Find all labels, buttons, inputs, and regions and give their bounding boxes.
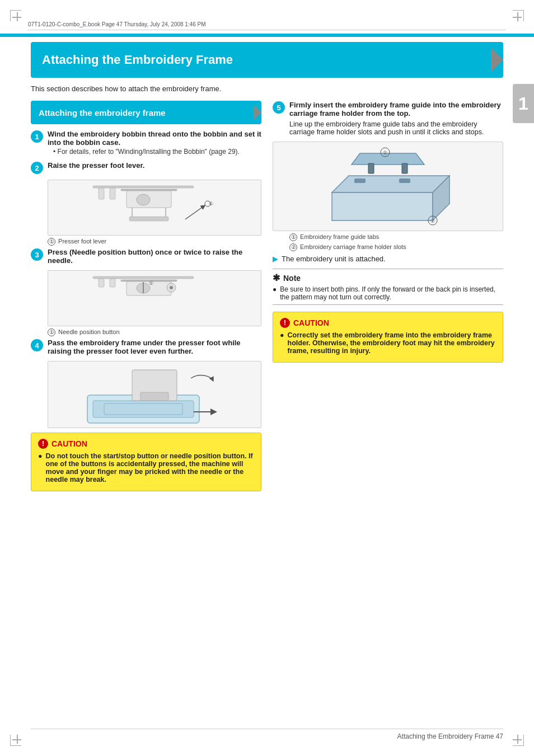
col-right: 5 Firmly insert the embroidery frame gui… — [273, 101, 503, 491]
caption-guide-tabs: Embroidery frame guide tabs — [300, 233, 379, 240]
caption-presser-foot: Presser foot lever — [58, 238, 106, 245]
step-2-content: Raise the presser foot lever. — [48, 161, 261, 170]
main-content: Attaching the Embroidery Frame This sect… — [31, 42, 503, 728]
svg-rect-26 — [140, 392, 168, 401]
caution-icon-left: ! — [38, 439, 48, 449]
step-3-content: Press (Needle position button) once or t… — [48, 248, 261, 265]
chapter-tab: 1 — [513, 84, 534, 123]
svg-rect-12 — [93, 276, 194, 279]
crosshair-bl — [12, 735, 21, 744]
caution-right-box: ! CAUTION Correctly set the embroidery f… — [273, 312, 503, 363]
step-5: 5 Firmly insert the embroidery frame gui… — [273, 101, 503, 136]
caution-left-header: ! CAUTION — [38, 439, 254, 449]
caution-right-label: CAUTION — [293, 318, 329, 327]
col-left: Attaching the embroidery frame 1 Wind th… — [31, 101, 261, 491]
step-3-illustration: ① — [48, 270, 261, 326]
sub-header-arrow — [254, 105, 261, 120]
note-text: Be sure to insert both pins. If only the… — [273, 285, 503, 301]
note-header: ✱ Note — [273, 273, 503, 283]
caution-icon-right: ! — [280, 318, 290, 328]
crosshair-tr — [513, 12, 522, 21]
step-1-num: 1 — [31, 130, 43, 143]
step-1-bullet: For details, refer to "Winding/Installin… — [53, 148, 261, 156]
step-4: 4 Pass the embroidery frame under the pr… — [31, 339, 261, 355]
page-footer: Attaching the Embroidery Frame 47 — [31, 729, 503, 740]
caution-right-text: Correctly set the embroidery frame into … — [280, 331, 496, 355]
step-2-illustration: ① — [48, 180, 261, 236]
svg-text:②: ② — [430, 218, 435, 224]
step-4-svg — [48, 361, 261, 428]
step-2-bold: Raise the presser foot lever. — [48, 161, 144, 170]
svg-point-5 — [137, 194, 150, 205]
step-5-svg: ① ② — [273, 142, 503, 231]
caption-step5-2: ② Embroidery carriage frame holder slots — [289, 243, 503, 251]
svg-rect-30 — [402, 163, 407, 173]
crosshair-tl — [12, 12, 21, 21]
svg-rect-29 — [368, 163, 374, 173]
step-1-content: Wind the embroidery bobbin thread onto t… — [48, 130, 261, 156]
caution-left-label: CAUTION — [51, 439, 87, 448]
step-5-detail: Line up the embroidery frame guide tabs … — [289, 120, 503, 136]
svg-rect-2 — [110, 188, 115, 199]
step-5-content: Firmly insert the embroidery frame guide… — [289, 101, 503, 136]
step-3-num: 3 — [31, 248, 43, 261]
crosshair-br — [513, 735, 522, 744]
note-bullet: Be sure to insert both pins. If only the… — [273, 285, 503, 301]
svg-rect-27 — [354, 179, 366, 183]
note-box: ✱ Note Be sure to insert both pins. If o… — [273, 269, 503, 301]
title-arrow — [491, 48, 503, 72]
top-bar — [0, 34, 534, 37]
caution-left-bullet: Do not touch the start/stop button or ne… — [38, 452, 254, 483]
svg-rect-0 — [93, 186, 194, 188]
step-3: 3 Press (Needle position button) once or… — [31, 248, 261, 265]
caution-right-bullet: Correctly set the embroidery frame into … — [280, 331, 496, 355]
note-divider — [273, 304, 503, 305]
svg-rect-3 — [121, 189, 177, 191]
sub-title: Attaching the embroidery frame — [39, 108, 166, 118]
step-2-caption: ① Presser foot lever — [48, 238, 261, 246]
step-5-num: 5 — [273, 101, 285, 114]
caption-needle-btn: Needle position button — [58, 328, 119, 335]
page-title-bar: Attaching the Embroidery Frame — [31, 42, 503, 78]
step-1-bold: Wind the embroidery bobbin thread onto t… — [48, 130, 261, 147]
step-2-num: 2 — [31, 162, 43, 174]
svg-rect-28 — [399, 179, 410, 183]
section-intro: This section describes how to attach the… — [31, 84, 503, 93]
svg-text:①: ① — [149, 280, 153, 286]
svg-rect-13 — [99, 279, 104, 287]
note-label: Note — [283, 274, 301, 283]
svg-rect-8 — [129, 217, 168, 221]
caution-left-box: ! CAUTION Do not touch the start/stop bu… — [31, 433, 261, 491]
caution-left-text: Do not touch the start/stop button or ne… — [38, 452, 254, 483]
step-3-caption: ① Needle position button — [48, 328, 261, 336]
step-5-illustration: ① ② — [273, 142, 503, 231]
step-4-num: 4 — [31, 339, 43, 351]
step-3-svg: ① — [48, 271, 261, 326]
note-icon: ✱ — [273, 273, 280, 283]
step-4-content: Pass the embroidery frame under the pres… — [48, 339, 261, 355]
step-2: 2 Raise the presser foot lever. — [31, 161, 261, 174]
svg-rect-14 — [110, 279, 115, 287]
top-meta: 07T1-0120-C-combo_E.book Page 47 Thursda… — [28, 21, 506, 30]
caption-holder-slots: Embroidery carriage frame holder slots — [300, 243, 406, 250]
svg-point-21 — [170, 286, 173, 289]
svg-text:①: ① — [383, 150, 387, 156]
step-5-bold: Firmly insert the embroidery frame guide… — [289, 101, 501, 118]
page-title: Attaching the Embroidery Frame — [42, 53, 233, 67]
two-col-layout: Attaching the embroidery frame 1 Wind th… — [31, 101, 503, 491]
step-4-bold: Pass the embroidery frame under the pres… — [48, 339, 241, 355]
svg-text:①: ① — [209, 201, 213, 206]
result-line: The embroidery unit is attached. — [273, 255, 503, 263]
sub-section-header: Attaching the embroidery frame — [31, 101, 261, 124]
step-2-svg: ① — [48, 180, 261, 236]
footer-text: Attaching the Embroidery Frame 47 — [397, 732, 503, 740]
caution-right-header: ! CAUTION — [280, 318, 496, 328]
step-1: 1 Wind the embroidery bobbin thread onto… — [31, 130, 261, 156]
step-4-illustration — [48, 361, 261, 428]
svg-rect-1 — [99, 188, 104, 199]
svg-line-9 — [185, 205, 205, 219]
caption-step5-1: ① Embroidery frame guide tabs — [289, 233, 503, 241]
step-3-bold: Press (Needle position button) once or t… — [48, 248, 242, 265]
